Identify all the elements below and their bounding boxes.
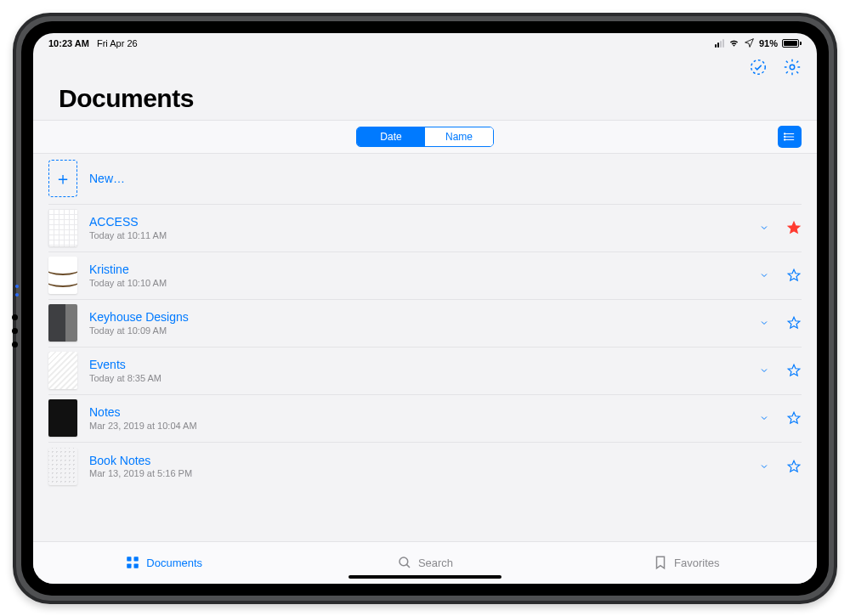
doc-thumbnail — [48, 209, 77, 246]
select-mode-icon[interactable] — [749, 58, 768, 80]
location-icon — [744, 37, 755, 48]
svg-rect-10 — [128, 564, 132, 568]
view-mode-list-icon[interactable] — [778, 126, 802, 148]
wifi-icon — [728, 37, 740, 48]
bookmark-icon — [653, 555, 668, 570]
chevron-down-icon[interactable] — [759, 223, 769, 233]
doc-thumbnail — [48, 352, 77, 389]
sort-bar: Date Name — [33, 120, 817, 154]
tab-label: Documents — [146, 557, 202, 569]
chevron-down-icon[interactable] — [759, 461, 769, 472]
svg-rect-8 — [128, 557, 132, 561]
chevron-down-icon[interactable] — [759, 318, 769, 328]
list-item[interactable]: Keyhouse Designs Today at 10:09 AM — [48, 300, 802, 348]
doc-title: Kristine — [89, 263, 747, 277]
new-document-row[interactable]: ＋ New… — [48, 154, 802, 205]
doc-subtitle: Mar 13, 2019 at 5:16 PM — [89, 468, 747, 478]
favorite-star-icon[interactable] — [786, 459, 802, 474]
tab-bar: Documents Search Favorites — [33, 541, 817, 584]
home-indicator[interactable] — [348, 575, 502, 579]
favorite-star-icon[interactable] — [786, 268, 802, 283]
favorite-star-icon[interactable] — [786, 220, 802, 235]
tab-search[interactable]: Search — [294, 555, 555, 570]
nav-toolbar — [33, 54, 817, 84]
list-item[interactable]: Notes Mar 23, 2019 at 10:04 AM — [48, 395, 802, 443]
svg-point-1 — [790, 65, 795, 70]
tab-favorites[interactable]: Favorites — [556, 555, 817, 570]
favorite-star-icon[interactable] — [786, 410, 802, 426]
svg-line-13 — [406, 564, 410, 568]
status-time: 10:23 AM — [48, 38, 89, 48]
doc-thumbnail — [48, 304, 77, 342]
list-item[interactable]: Book Notes Mar 13, 2019 at 5:16 PM — [48, 443, 802, 490]
svg-point-12 — [400, 557, 408, 566]
doc-title: Events — [89, 358, 747, 372]
svg-point-7 — [785, 138, 785, 139]
favorite-star-icon[interactable] — [786, 363, 802, 378]
tab-label: Favorites — [674, 557, 719, 569]
battery-icon — [782, 39, 802, 48]
doc-title: Notes — [89, 405, 747, 420]
svg-point-0 — [751, 59, 766, 74]
doc-thumbnail — [48, 448, 77, 485]
tab-documents[interactable]: Documents — [33, 555, 294, 570]
doc-title: ACCESS — [89, 215, 747, 229]
documents-list[interactable]: ＋ New… ACCESS Today at 10:11 AM — [33, 154, 817, 541]
page-title: Documents — [33, 84, 817, 113]
chevron-down-icon[interactable] — [759, 365, 769, 376]
cellular-icon — [715, 39, 724, 48]
status-bar: 10:23 AM Fri Apr 26 91% — [33, 33, 817, 54]
tab-label: Search — [418, 557, 453, 569]
status-date: Fri Apr 26 — [97, 38, 138, 48]
ipad-frame: 10:23 AM Fri Apr 26 91% — [13, 13, 837, 604]
segment-date[interactable]: Date — [357, 127, 425, 146]
battery-percent: 91% — [759, 38, 778, 48]
search-icon — [397, 555, 412, 570]
sort-segment: Date Name — [356, 127, 494, 147]
svg-point-6 — [785, 136, 785, 137]
doc-thumbnail — [48, 399, 77, 437]
doc-subtitle: Today at 8:35 AM — [89, 373, 747, 383]
doc-title: Keyhouse Designs — [89, 310, 747, 325]
list-item[interactable]: ACCESS Today at 10:11 AM — [48, 205, 802, 252]
svg-rect-9 — [134, 557, 139, 561]
doc-title: Book Notes — [89, 454, 747, 468]
favorite-star-icon[interactable] — [786, 315, 802, 331]
list-item[interactable]: Events Today at 8:35 AM — [48, 348, 802, 395]
doc-subtitle: Today at 10:10 AM — [89, 278, 747, 288]
chevron-down-icon[interactable] — [759, 270, 769, 280]
new-document-label: New… — [89, 172, 802, 186]
list-item[interactable]: Kristine Today at 10:10 AM — [48, 252, 802, 300]
svg-point-5 — [785, 133, 785, 133]
svg-rect-11 — [134, 564, 139, 568]
doc-subtitle: Mar 23, 2019 at 10:04 AM — [89, 421, 747, 431]
plus-icon[interactable]: ＋ — [48, 160, 77, 197]
doc-subtitle: Today at 10:11 AM — [89, 230, 747, 240]
settings-icon[interactable] — [783, 58, 802, 80]
doc-thumbnail — [48, 257, 77, 294]
doc-subtitle: Today at 10:09 AM — [89, 325, 747, 336]
segment-name[interactable]: Name — [425, 127, 493, 146]
grid-icon — [125, 555, 140, 570]
chevron-down-icon[interactable] — [759, 413, 769, 423]
